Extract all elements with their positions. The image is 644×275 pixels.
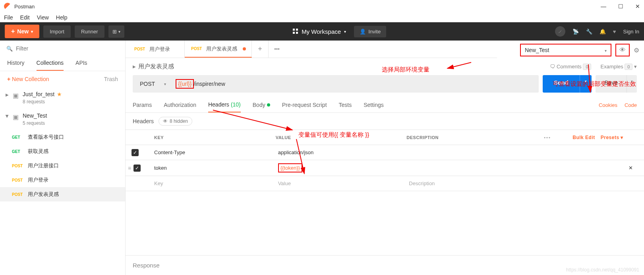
request-tab[interactable]: POST用户发表灵感	[185, 41, 252, 58]
menu-edit[interactable]: Edit	[20, 14, 30, 21]
folder-icon: ▣	[13, 113, 19, 121]
rtab-tests[interactable]: Tests	[339, 98, 352, 112]
table-row[interactable]: ≡✓ token {{token}} ✕	[126, 160, 644, 176]
eye-icon: 👁	[163, 118, 168, 124]
col-value: VALUE	[276, 135, 407, 140]
code-link[interactable]: Code	[625, 102, 637, 108]
presets-link[interactable]: Presets ▾	[601, 135, 623, 140]
drag-icon[interactable]: ≡	[128, 165, 131, 171]
request-tab[interactable]: POST用户登录	[128, 41, 185, 58]
workspace-selector[interactable]: My Workspace ▾	[293, 28, 346, 35]
trash-link[interactable]: Trash	[104, 76, 118, 82]
table-row[interactable]: Key Value Description	[126, 176, 644, 191]
sidebar-tab-apis[interactable]: APIs	[75, 56, 87, 71]
headers-label: Headers	[133, 118, 154, 124]
rtab-settings[interactable]: Settings	[364, 98, 384, 112]
http-method-select[interactable]: POST	[133, 75, 171, 93]
collection-item[interactable]: ▶ ▣ New_Test 5 requests	[0, 108, 125, 130]
dot-icon	[267, 103, 270, 107]
workspace-icon	[293, 29, 298, 34]
window-close-icon[interactable]: ✕	[635, 3, 640, 10]
request-row[interactable]: POST用户注册接口	[0, 159, 125, 173]
url-input[interactable]: {{url}}/inspirer/new	[171, 75, 539, 93]
filter-input[interactable]	[16, 45, 119, 52]
request-row[interactable]: POST用户发表灵感	[0, 187, 125, 201]
topbar: New▾ Import Runner ⊞▾ My Workspace ▾ 👤In…	[0, 22, 644, 41]
watermark: https://blog.csdn.net/qq_41099091	[566, 267, 639, 273]
cols-more-button[interactable]: •••	[538, 135, 557, 140]
menu-help[interactable]: Help	[56, 14, 68, 21]
person-icon: 👤	[360, 29, 366, 35]
rtab-auth[interactable]: Authorization	[164, 98, 196, 112]
headers-table: KEY VALUE DESCRIPTION ••• Bulk EditPrese…	[126, 130, 644, 191]
sidebar-tab-collections[interactable]: Collections	[37, 56, 64, 71]
send-dropdown[interactable]: ▾	[580, 75, 592, 93]
folder-icon: ▣	[13, 92, 19, 99]
rtab-params[interactable]: Params	[133, 98, 152, 112]
table-row[interactable]: ✓ Content-Type application/json	[126, 145, 644, 160]
app-title: Postman	[14, 4, 35, 10]
hidden-headers-chip[interactable]: 👁8 hidden	[159, 117, 192, 126]
sidebar: 🔍 History Collections APIs + New Collect…	[0, 41, 126, 275]
settings-icon[interactable]: ⚙	[634, 46, 639, 54]
window-min-icon[interactable]: —	[601, 3, 606, 10]
request-row[interactable]: GET获取灵感	[0, 144, 125, 159]
col-desc: DESCRIPTION	[406, 135, 538, 140]
invite-button[interactable]: 👤Invite	[354, 26, 386, 37]
import-button[interactable]: Import	[43, 25, 71, 38]
bell-icon[interactable]: 🔔	[600, 29, 606, 35]
caret-icon: ▶	[6, 93, 9, 97]
menu-file[interactable]: File	[4, 14, 13, 21]
save-button[interactable]: Save	[596, 75, 627, 93]
new-collection-link[interactable]: + New Collection	[7, 76, 49, 82]
wrench-icon[interactable]: 🔧	[586, 29, 592, 35]
heart-icon[interactable]: ♥	[613, 29, 616, 35]
caret-icon: ▶	[5, 115, 10, 118]
save-dropdown[interactable]: ▾	[627, 75, 637, 93]
unsaved-dot-icon	[243, 47, 246, 50]
more-button[interactable]: ⊞▾	[108, 25, 124, 38]
environment-preview-button[interactable]: 👁	[615, 44, 630, 56]
cookies-link[interactable]: Cookies	[599, 102, 617, 108]
search-icon: 🔍	[6, 46, 13, 52]
menu-view[interactable]: View	[37, 14, 49, 21]
breadcrumb[interactable]: ▶用户发表灵感	[133, 63, 174, 70]
titlebar: Postman — ☐ ✕	[0, 0, 644, 13]
new-tab-button[interactable]: +	[252, 41, 269, 58]
send-button[interactable]: Send	[543, 75, 580, 93]
examples-button[interactable]: Examples 0 ▾	[601, 64, 637, 70]
bulk-edit-link[interactable]: Bulk Edit	[572, 135, 595, 140]
app-logo-icon	[4, 3, 11, 10]
signin-link[interactable]: Sign In	[623, 29, 639, 35]
col-key: KEY	[145, 135, 276, 140]
delete-row-button[interactable]: ✕	[625, 162, 637, 174]
window-max-icon[interactable]: ☐	[618, 3, 623, 10]
collection-item[interactable]: ▶ ▣ Just_for_test★ 8 requests	[0, 87, 125, 108]
satellite-icon[interactable]: 📡	[572, 29, 579, 35]
comments-button[interactable]: 🗨 Comments 0	[550, 64, 591, 70]
star-icon: ★	[57, 91, 62, 97]
runner-button[interactable]: Runner	[75, 25, 104, 38]
rtab-headers[interactable]: Headers (10)	[208, 97, 241, 112]
main: New_Test▾ 👁 ⚙ POST用户登录 POST用户发表灵感 + ••• …	[126, 41, 644, 275]
new-button[interactable]: New▾	[5, 25, 39, 38]
menubar: File Edit View Help	[0, 13, 644, 22]
eye-icon: 👁	[619, 46, 626, 53]
sidebar-tab-history[interactable]: History	[7, 56, 25, 71]
rtab-body[interactable]: Body	[253, 98, 270, 112]
checkbox[interactable]: ✓	[132, 149, 139, 156]
environment-selector[interactable]: New_Test▾	[520, 44, 611, 56]
request-row[interactable]: GET查看版本号接口	[0, 130, 125, 144]
checkbox[interactable]: ✓	[133, 165, 141, 172]
sync-icon[interactable]: ⟋	[555, 26, 565, 37]
tabs-more-button[interactable]: •••	[269, 46, 285, 52]
request-tabs: POST用户登录 POST用户发表灵感 + •••	[126, 41, 497, 58]
request-row[interactable]: POST用户登录	[0, 173, 125, 187]
rtab-prereq[interactable]: Pre-request Script	[282, 98, 327, 112]
caret-icon: ▶	[133, 64, 136, 69]
